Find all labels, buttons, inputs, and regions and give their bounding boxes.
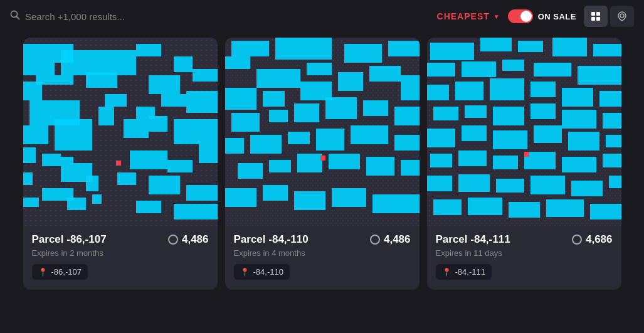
- svg-rect-74: [225, 138, 244, 154]
- svg-rect-118: [427, 129, 455, 147]
- svg-rect-13: [61, 50, 136, 75]
- svg-line-1: [17, 17, 19, 19]
- svg-rect-46: [149, 176, 180, 194]
- svg-rect-88: [294, 191, 325, 210]
- sort-button[interactable]: CHEAPEST ▼: [437, 11, 500, 21]
- svg-rect-31: [67, 198, 86, 210]
- search-icon: [10, 10, 20, 23]
- card-coord-badge-2: 📍 -84,-110: [234, 264, 290, 280]
- card-info-3: Parcel -84,-111 4,686 Expires in 11 days…: [427, 226, 621, 290]
- on-sale-toggle[interactable]: [508, 9, 533, 23]
- svg-rect-120: [493, 130, 527, 149]
- svg-rect-108: [490, 78, 524, 100]
- svg-rect-32: [92, 194, 102, 204]
- svg-rect-75: [250, 135, 282, 154]
- svg-rect-63: [263, 91, 285, 107]
- card-price-value-2: 4,486: [384, 233, 411, 246]
- svg-rect-119: [462, 125, 487, 141]
- pin-icon-3: 📍: [442, 268, 451, 277]
- card-coord-value-1: -86,-107: [51, 267, 82, 277]
- card-expiry-3: Expires in 11 days: [436, 248, 613, 258]
- toggle-thumb: [520, 11, 532, 22]
- svg-rect-76: [288, 132, 310, 144]
- svg-rect-96: [430, 43, 474, 60]
- svg-rect-27: [23, 172, 33, 185]
- svg-rect-84: [366, 157, 394, 176]
- sort-label: CHEAPEST: [437, 11, 490, 21]
- svg-rect-42: [199, 144, 218, 163]
- header-right: CHEAPEST ▼ ON SALE: [437, 6, 634, 27]
- card-coord-value-3: -84,-111: [455, 267, 485, 277]
- mana-icon-2: [370, 235, 380, 245]
- svg-rect-3: [596, 12, 600, 16]
- svg-rect-30: [23, 198, 39, 207]
- card-info-1: Parcel -86,-107 4,486 Expires in 2 month…: [23, 226, 218, 290]
- card-map-3: [427, 38, 621, 226]
- card-expiry-2: Expires in 4 months: [234, 248, 411, 258]
- svg-rect-132: [496, 179, 524, 193]
- svg-rect-55: [231, 41, 269, 56]
- svg-rect-105: [578, 66, 621, 85]
- svg-rect-44: [167, 160, 193, 172]
- svg-rect-23: [105, 94, 127, 107]
- grid-view-button[interactable]: [584, 6, 608, 27]
- svg-rect-58: [256, 69, 300, 88]
- card-coord-value-2: -84,-110: [253, 267, 283, 277]
- svg-rect-68: [231, 113, 260, 132]
- svg-rect-102: [462, 61, 496, 77]
- svg-rect-113: [465, 105, 487, 118]
- svg-rect-71: [325, 97, 357, 119]
- svg-rect-109: [531, 82, 556, 97]
- svg-rect-110: [562, 88, 593, 107]
- svg-rect-20: [55, 119, 92, 151]
- parcel-card-3[interactable]: Parcel -84,-111 4,686 Expires in 11 days…: [427, 38, 621, 290]
- search-container[interactable]: Search +1,000 results...: [10, 10, 427, 23]
- svg-rect-80: [238, 163, 263, 179]
- svg-rect-33: [149, 75, 180, 94]
- svg-rect-133: [531, 176, 565, 194]
- svg-rect-66: [369, 66, 401, 82]
- svg-point-6: [620, 14, 624, 18]
- on-sale-toggle-container[interactable]: ON SALE: [508, 9, 576, 23]
- svg-rect-60: [344, 44, 382, 63]
- parcel-card-2[interactable]: Parcel -84,-110 4,486 Expires in 4 month…: [225, 38, 420, 290]
- svg-rect-35: [193, 69, 218, 82]
- svg-rect-135: [609, 176, 621, 188]
- svg-rect-116: [562, 110, 596, 129]
- svg-rect-4: [591, 17, 595, 21]
- svg-rect-47: [186, 185, 218, 201]
- svg-rect-48: [136, 201, 161, 213]
- svg-rect-40: [149, 116, 167, 132]
- svg-rect-136: [433, 199, 462, 215]
- svg-rect-45: [117, 172, 136, 185]
- svg-rect-114: [493, 107, 524, 125]
- parcel-card-1[interactable]: Parcel -86,-107 4,486 Expires in 2 month…: [23, 38, 218, 290]
- view-toggle: [584, 6, 634, 27]
- svg-rect-62: [225, 88, 256, 110]
- svg-rect-22: [42, 154, 61, 166]
- svg-rect-137: [468, 198, 502, 215]
- svg-rect-103: [502, 60, 524, 71]
- svg-rect-115: [531, 103, 556, 119]
- chevron-down-icon: ▼: [494, 13, 500, 20]
- svg-rect-72: [363, 100, 388, 116]
- pin-icon-2: 📍: [240, 268, 250, 277]
- svg-rect-19: [23, 125, 48, 144]
- mana-icon-1: [168, 235, 178, 245]
- svg-rect-37: [186, 91, 218, 113]
- svg-rect-124: [430, 154, 452, 167]
- svg-rect-134: [571, 181, 603, 196]
- svg-rect-97: [480, 38, 512, 51]
- card-title-3: Parcel -84,-111: [436, 233, 510, 246]
- svg-rect-89: [332, 188, 366, 207]
- svg-rect-15: [23, 82, 42, 100]
- svg-rect-34: [174, 56, 193, 72]
- svg-rect-17: [136, 44, 161, 56]
- svg-rect-83: [329, 154, 360, 169]
- svg-rect-125: [458, 151, 487, 166]
- svg-rect-39: [124, 119, 149, 138]
- card-title-row-3: Parcel -84,-111 4,686: [436, 233, 613, 246]
- map-view-button[interactable]: [610, 6, 634, 27]
- svg-rect-90: [372, 194, 420, 213]
- svg-rect-111: [599, 91, 621, 107]
